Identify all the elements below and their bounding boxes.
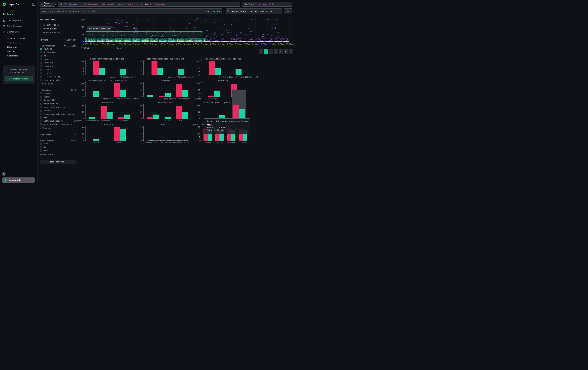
select-query-input[interactable]: SELECT Timestamp, ServiceName, StatusCod… [58,2,240,7]
checkbox[interactable] [40,72,42,74]
inliers-bar[interactable] [165,117,171,119]
pagination-page-2[interactable]: 2 [269,49,273,54]
pin-icon[interactable] [74,140,76,141]
clear-all-filters-button[interactable]: Clear all [65,39,76,41]
inliers-bar[interactable] [147,95,153,97]
outliers-bar[interactable] [159,96,165,97]
pagination-page-3[interactable]: 3 [274,49,278,54]
outliers-bar[interactable] [176,106,182,119]
outliers-bar[interactable] [233,105,239,119]
inliers-bar[interactable] [215,68,221,75]
checkbox[interactable] [40,99,42,101]
show-more-button[interactable]: ❯Show more [40,82,76,85]
inliers-bar[interactable] [153,115,159,119]
checkbox[interactable] [40,58,42,60]
search-icon[interactable] [71,89,73,91]
checkbox[interactable] [40,75,42,78]
checkbox[interactable] [40,55,42,57]
pagination-page-5[interactable]: 5 [284,49,288,54]
outliers-bar[interactable] [209,61,215,75]
checkbox[interactable] [40,79,42,81]
filter-option-error[interactable]: Error [40,142,76,145]
outliers-bar[interactable] [101,106,106,119]
analysis-mode-option-results-table[interactable]: Results Table [41,23,76,27]
filter-option-ad[interactable]: ad [40,54,76,57]
filter-option-checkout[interactable]: checkout [40,61,76,64]
inliers-bar[interactable] [89,117,95,119]
filter-option-currency[interactable]: currency [40,65,76,68]
outliers-bar[interactable] [151,61,158,75]
checkbox[interactable] [40,69,42,71]
filter-option-eventlistener-error[interactable]: eventListener.error [40,106,76,109]
checkbox[interactable] [40,106,42,108]
inliers-bar[interactable] [106,112,113,119]
inliers-bar[interactable] [219,115,225,119]
outliers-bar[interactable] [208,96,214,97]
events-heatmap[interactable]: 600400200010:00pm10:30pm11:00pm11:30pm12… [85,18,290,42]
lucene-toggle[interactable]: Lucene [213,10,220,12]
chart-plot[interactable]: 02550100f5344ec9-a1ea-4290-a62a-78f5bee8… [85,82,134,97]
analysis-mode-option-event-patterns[interactable]: Event Patterns [41,30,76,34]
analysis-mode-option-event-deltas[interactable]: Event Deltas [41,27,76,30]
outliers-bar[interactable] [118,117,124,119]
search-bar[interactable]: SQL | Lucene [40,8,222,14]
checkbox[interactable] [40,117,42,119]
collapse-sidebar-icon[interactable] [32,3,35,6]
chart-plot[interactable]: 02550100payment-7985c8969c-mwmw7 [143,60,192,75]
chart-plot[interactable]: 025501000.1.00.51.1 [143,104,192,119]
filter-group-header-servicename[interactable]: ❯ServiceNameClear [40,45,76,47]
duration-baseline-bars[interactable] [147,140,188,140]
outliers-bar[interactable] [114,127,120,141]
checkbox[interactable] [40,150,42,151]
get-started-button[interactable]: Get Started for Free [4,76,33,81]
inliers-bar[interactable] [182,112,188,119]
inliers-bar[interactable] [239,110,245,119]
checkbox[interactable] [40,142,42,145]
filter-option-documentfetch[interactable]: documentFetch [40,99,76,102]
filter-option-flagd[interactable]: flagd [40,68,76,71]
inliers-bar[interactable] [182,90,188,97]
chart-plot[interactable]: 02550100grpc.oteldemo.PaymentService/Cha… [143,82,192,97]
checkbox[interactable] [40,96,42,98]
source-select[interactable]: Demo Traces [40,2,55,7]
outliers-bar[interactable] [176,84,182,97]
checkbox[interactable] [40,123,42,125]
order-by-input[interactable]: ORDER BY Timestamp DESC [242,2,292,7]
run-query-button[interactable]: ▷ [284,8,292,14]
chart-plot[interactable]: 0481611419781386792160026720002790058462… [143,126,192,141]
filter-group-header-spankind[interactable]: ❯SpanKind [40,133,76,136]
more-filters-button[interactable]: More filters ⌄ [40,160,76,164]
inliers-bar[interactable] [93,91,99,97]
sidebar-item-chart-explorer[interactable]: Chart Explorer [0,18,37,23]
filter-option-grpc-oteldemo-cartservic-[interactable]: grpc.oteldemo.CartServic… [40,123,76,126]
inliers-bar[interactable] [214,90,220,97]
inliers-bar[interactable] [99,68,105,75]
checkbox[interactable] [40,62,42,64]
filter-option-get[interactable]: GET [40,116,76,119]
sidebar-item-clickhouse[interactable]: ClickHouse [0,45,37,49]
inliers-bar[interactable] [120,69,126,75]
outliers-bar[interactable] [114,83,120,97]
source-settings-gear-icon[interactable]: ⚙ [55,2,56,7]
search-icon[interactable] [71,140,73,141]
chart-plot[interactable]: 02550100@hyperdx/instrumentation-excepti… [85,104,134,119]
date-range-picker[interactable]: Sep 14 22:04:35 - Sep 15 10:04:35 [226,8,282,14]
local-mode-button[interactable]: U Local mode › [2,178,35,183]
clear-filter-button[interactable]: Clear [71,45,76,47]
checkbox[interactable] [40,110,42,112]
checkbox[interactable] [40,65,42,67]
inliers-bar[interactable] [120,90,126,97]
inliers-bar[interactable] [158,68,163,75]
inliers-bar[interactable] [178,69,184,75]
inliers-bar[interactable] [124,115,130,119]
presets-toggle[interactable]: PRESETS [0,41,37,45]
pin-icon[interactable] [67,45,69,47]
help-button[interactable]: ? [2,172,6,176]
chart-plot[interactable]: 02550100payment-7985c8969c-mwmw7 [85,60,134,75]
filter-option-payment[interactable]: payment [40,47,76,50]
outliers-bar[interactable] [147,117,153,119]
pagination-page-1[interactable]: 1 [264,49,268,54]
pin-icon[interactable] [74,133,76,136]
checkbox[interactable] [40,51,42,53]
filter-option-expire[interactable]: EXPIRE [40,109,76,112]
